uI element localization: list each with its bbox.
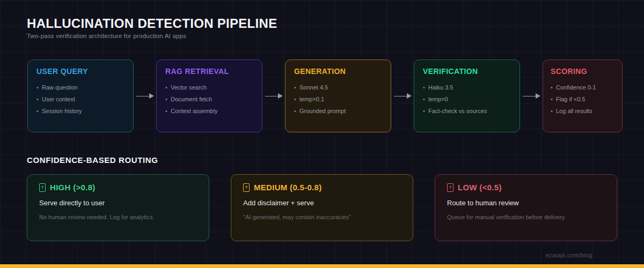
stage-item-list: Sonnet 4.5 temp=0.1 Grounded prompt	[294, 81, 382, 117]
stage-item: temp=0	[423, 93, 511, 105]
missing-glyph-icon	[39, 183, 46, 192]
missing-glyph-icon	[447, 183, 453, 192]
route-title: HIGH (>0.8)	[39, 183, 197, 192]
route-action: Route to human review	[447, 199, 605, 207]
pipeline-flow: USER QUERY Raw question User context Ses…	[27, 59, 623, 132]
route-title: MEDIUM (0.5-0.8)	[243, 183, 401, 192]
stage-title: RAG RETRIEVAL	[165, 67, 253, 76]
watermark: ezaiapi.com/blog	[546, 252, 592, 258]
route-title: LOW (<0.5)	[447, 183, 605, 192]
flow-arrow-icon	[134, 93, 156, 99]
route-low: LOW (<0.5) Route to human review Queue f…	[435, 174, 617, 241]
stage-title: SCORING	[551, 67, 614, 76]
stage-item: Sonnet 4.5	[294, 81, 382, 93]
stage-item: Log all results	[551, 105, 614, 117]
stage-scoring: SCORING Confidence 0-1 Flag if <0.5 Log …	[543, 59, 623, 132]
route-action: Add disclaimer + serve	[243, 199, 401, 207]
stage-item: Confidence 0-1	[551, 81, 614, 93]
stage-item: Context assembly	[165, 105, 253, 117]
stage-item: Flag if <0.5	[551, 93, 614, 105]
stage-user-query: USER QUERY Raw question User context Ses…	[27, 59, 134, 132]
stage-item: User context	[36, 93, 125, 105]
route-note: "AI-generated, may contain inaccuracies"	[243, 214, 401, 220]
stage-item: Fact-check vs sources	[423, 105, 511, 117]
stage-verification: VERIFICATION Haiku 3.5 temp=0 Fact-check…	[414, 59, 520, 132]
stage-item: Raw question	[36, 81, 125, 93]
stage-item: Vector search	[165, 81, 253, 93]
route-action: Serve directly to user	[39, 199, 197, 207]
stage-title: USER QUERY	[36, 67, 125, 76]
route-note: Queue for manual verification before del…	[447, 214, 605, 220]
page-title: HALLUCINATION DETECTION PIPELINE	[27, 16, 277, 31]
stage-title: GENERATION	[294, 67, 382, 76]
stage-item: Session history	[36, 105, 125, 117]
flow-arrow-icon	[391, 93, 414, 99]
stage-item-list: Vector search Document fetch Context ass…	[165, 81, 253, 117]
route-title-text: MEDIUM (0.5-0.8)	[254, 183, 321, 192]
route-title-text: HIGH (>0.8)	[50, 183, 96, 192]
missing-glyph-icon	[243, 183, 250, 192]
stage-generation: GENERATION Sonnet 4.5 temp=0.1 Grounded …	[285, 59, 391, 132]
stage-item: temp=0.1	[294, 93, 382, 105]
stage-item: Document fetch	[165, 93, 253, 105]
flow-arrow-icon	[520, 93, 543, 99]
route-note: No human review needed. Log for analytic…	[39, 214, 197, 220]
routing-section-heading: CONFIDENCE-BASED ROUTING	[27, 155, 158, 165]
stage-item-list: Haiku 3.5 temp=0 Fact-check vs sources	[423, 81, 511, 117]
route-medium: MEDIUM (0.5-0.8) Add disclaimer + serve …	[231, 174, 413, 241]
bottom-accent-bar	[0, 264, 644, 268]
page-subtitle: Two-pass verification architecture for p…	[27, 33, 186, 39]
stage-title: VERIFICATION	[423, 67, 511, 76]
stage-item-list: Raw question User context Session histor…	[36, 81, 125, 117]
route-high: HIGH (>0.8) Serve directly to user No hu…	[27, 174, 209, 241]
stage-item: Haiku 3.5	[423, 81, 511, 93]
route-title-text: LOW (<0.5)	[458, 183, 502, 192]
stage-item: Grounded prompt	[294, 105, 382, 117]
stage-item-list: Confidence 0-1 Flag if <0.5 Log all resu…	[551, 81, 614, 117]
stage-rag-retrieval: RAG RETRIEVAL Vector search Document fet…	[156, 59, 262, 132]
routing-lanes: HIGH (>0.8) Serve directly to user No hu…	[27, 174, 617, 241]
flow-arrow-icon	[262, 93, 285, 99]
